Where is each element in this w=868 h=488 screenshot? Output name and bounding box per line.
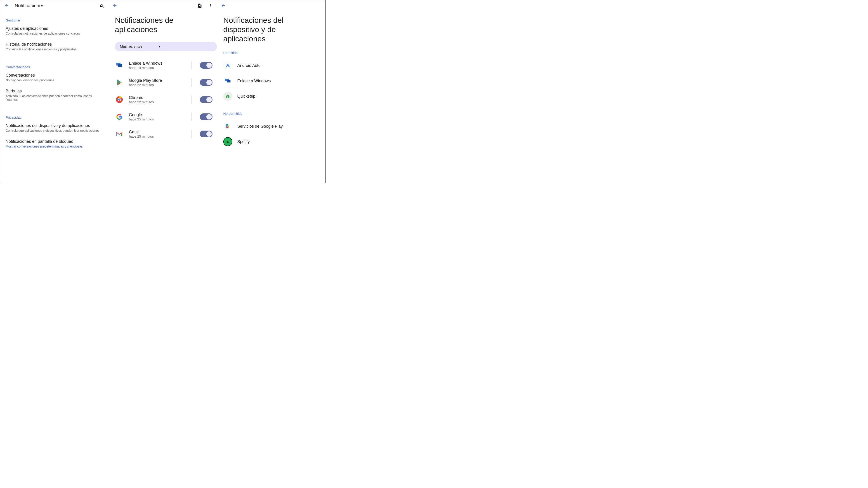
search-in-page-icon[interactable] bbox=[197, 3, 203, 8]
appbar-pane2 bbox=[108, 0, 217, 11]
app-row[interactable]: Chrome hace 22 minutos bbox=[108, 91, 217, 108]
item-sub: Controla las notificaciones de aplicacio… bbox=[6, 32, 103, 35]
divider bbox=[191, 113, 192, 121]
arrow-left-icon bbox=[112, 3, 117, 8]
appbar-pane1: Notificaciones bbox=[0, 0, 108, 11]
permission-row[interactable]: Servicios de Google Play bbox=[217, 119, 325, 134]
toggle-switch[interactable] bbox=[200, 131, 213, 137]
app-text: Enlace a Windows hace 14 minutos bbox=[129, 61, 183, 70]
arrow-left-icon bbox=[221, 3, 226, 8]
divider bbox=[191, 130, 192, 138]
item-sub: No hay conversaciones prioritarias bbox=[6, 78, 103, 82]
app-row[interactable]: Enlace a Windows hace 14 minutos bbox=[108, 57, 217, 74]
permission-name: Servicios de Google Play bbox=[237, 124, 283, 129]
page-title: Notificaciones del dispositivo y de apli… bbox=[223, 15, 325, 43]
app-name: Google Play Store bbox=[129, 78, 183, 83]
app-name: Enlace a Windows bbox=[129, 61, 183, 66]
google-icon bbox=[115, 112, 124, 121]
more-vert-icon[interactable] bbox=[208, 3, 213, 8]
permission-name: Enlace a Windows bbox=[237, 78, 271, 84]
section-privacy-header: Privacidad bbox=[6, 116, 103, 119]
back-icon[interactable] bbox=[4, 3, 9, 8]
item-sub: Activado / Las conversaciones pueden apa… bbox=[6, 94, 103, 101]
item-sub: Consulta las notificaciones recientes y … bbox=[6, 47, 103, 51]
toggle-switch[interactable] bbox=[200, 113, 213, 120]
app-text: Chrome hace 22 minutos bbox=[129, 95, 183, 104]
conversations-item[interactable]: Conversaciones No hay conversaciones pri… bbox=[6, 73, 103, 82]
back-icon[interactable] bbox=[112, 3, 118, 8]
permission-name: Spotify bbox=[237, 139, 250, 144]
windows-link-icon bbox=[115, 61, 124, 70]
device-app-access-pane: Notificaciones del dispositivo y de apli… bbox=[217, 0, 325, 183]
notification-history-item[interactable]: Historial de notificaciones Consulta las… bbox=[6, 42, 103, 51]
item-title: Ajustes de aplicaciones bbox=[6, 26, 103, 31]
app-name: Chrome bbox=[129, 95, 183, 100]
permission-row[interactable]: Spotify bbox=[217, 134, 325, 149]
section-manage-header: Gestionar bbox=[6, 18, 103, 22]
chrome-icon bbox=[115, 95, 124, 104]
page-title: Notificaciones de aplicaciones bbox=[115, 15, 217, 34]
device-app-notifications-item[interactable]: Notificaciones del dispositivo y de apli… bbox=[6, 123, 103, 132]
app-row[interactable]: Google Play Store hace 22 minutos bbox=[108, 74, 217, 91]
permission-row[interactable]: Enlace a Windows bbox=[217, 73, 325, 89]
appbar-pane3 bbox=[217, 0, 325, 11]
section-conversations-header: Conversaciones bbox=[6, 65, 103, 69]
item-sub: Controla qué aplicaciones y dispositivos… bbox=[6, 129, 103, 132]
item-title: Notificaciones del dispositivo y de apli… bbox=[6, 123, 103, 128]
app-time: hace 22 minutos bbox=[129, 83, 183, 87]
permission-name: Android Auto bbox=[237, 63, 260, 68]
arrow-left-icon bbox=[4, 3, 9, 8]
search-icon[interactable] bbox=[99, 3, 105, 8]
app-settings-item[interactable]: Ajustes de aplicaciones Controla las not… bbox=[6, 26, 103, 35]
settings-list: Gestionar Ajustes de aplicaciones Contro… bbox=[0, 11, 108, 148]
gmail-icon bbox=[115, 129, 124, 138]
permission-row[interactable]: Android Auto bbox=[217, 58, 325, 73]
app-text: Gmail hace 25 minutos bbox=[129, 130, 183, 138]
app-notifications-pane: Notificaciones de aplicaciones Más recie… bbox=[108, 0, 217, 183]
play-services-icon bbox=[223, 122, 232, 131]
divider bbox=[191, 78, 192, 87]
app-row[interactable]: Google hace 25 minutos bbox=[108, 108, 217, 125]
item-sub: Mostrar conversaciones predeterminadas y… bbox=[6, 144, 103, 148]
bubbles-item[interactable]: Burbujas Activado / Las conversaciones p… bbox=[6, 89, 103, 101]
windows-link-icon bbox=[223, 76, 232, 86]
item-title: Historial de notificaciones bbox=[6, 42, 103, 47]
page-title: Notificaciones bbox=[15, 3, 44, 8]
app-time: hace 14 minutos bbox=[129, 66, 183, 70]
item-title: Conversaciones bbox=[6, 73, 103, 78]
notifications-settings-pane: Notificaciones Gestionar Ajustes de apli… bbox=[0, 0, 108, 183]
quickstep-icon bbox=[223, 92, 232, 101]
svg-rect-1 bbox=[118, 64, 122, 67]
android-auto-icon bbox=[223, 61, 232, 70]
chevron-down-icon: ▼ bbox=[158, 45, 161, 48]
toggle-switch[interactable] bbox=[200, 96, 213, 103]
item-title: Burbujas bbox=[6, 89, 103, 94]
app-text: Google hace 25 minutos bbox=[129, 112, 183, 121]
app-time: hace 25 minutos bbox=[129, 117, 183, 121]
filter-chip[interactable]: Más recientes ▼ bbox=[115, 42, 217, 51]
allowed-header: Permitido bbox=[223, 51, 325, 55]
permission-name: Quickstep bbox=[237, 94, 255, 99]
item-title: Notificaciones en pantalla de bloqueo bbox=[6, 139, 103, 144]
divider bbox=[191, 96, 192, 104]
svg-point-4 bbox=[118, 98, 121, 101]
spotify-icon bbox=[223, 137, 232, 146]
svg-rect-7 bbox=[227, 80, 230, 83]
app-time: hace 25 minutos bbox=[129, 134, 183, 138]
app-time: hace 22 minutos bbox=[129, 100, 183, 104]
app-name: Google bbox=[129, 112, 183, 117]
not-allowed-header: No permitido bbox=[223, 111, 325, 116]
app-text: Google Play Store hace 22 minutos bbox=[129, 78, 183, 87]
toggle-switch[interactable] bbox=[200, 62, 213, 69]
lockscreen-notifications-item[interactable]: Notificaciones en pantalla de bloqueo Mo… bbox=[6, 139, 103, 148]
back-icon[interactable] bbox=[221, 3, 226, 8]
filter-label: Más recientes bbox=[120, 44, 143, 48]
divider bbox=[191, 61, 192, 69]
svg-rect-8 bbox=[227, 96, 228, 97]
toggle-switch[interactable] bbox=[200, 79, 213, 86]
app-row[interactable]: Gmail hace 25 minutos bbox=[108, 125, 217, 142]
app-name: Gmail bbox=[129, 130, 183, 134]
permission-row[interactable]: Quickstep bbox=[217, 89, 325, 104]
play-store-icon bbox=[115, 78, 124, 87]
